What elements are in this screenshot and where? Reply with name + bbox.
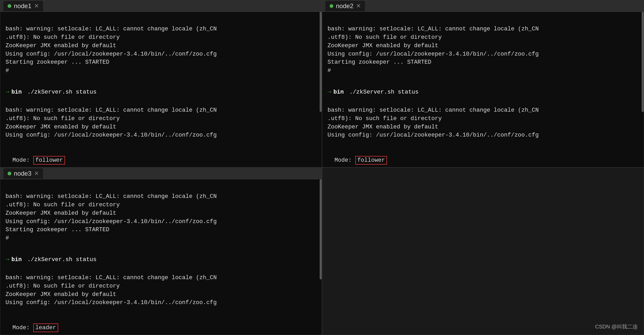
arrow-icon-node3: → [6,255,9,264]
tab-close-node3[interactable]: ✕ [34,170,39,177]
status-output-node2: bash: warning: setlocale: LC_ALL: cannot… [328,107,539,139]
command-line-node3: → bin ./zkServer.sh status [6,255,316,264]
mode-value-node3: leader [33,323,58,332]
tab-bar-node3: node3 ✕ [0,168,322,179]
terminal-empty [322,168,644,335]
terminal-output-node1[interactable]: bash: warning: setlocale: LC_ALL: cannot… [0,12,322,167]
cmd-rest-node1: ./zkServer.sh status [24,88,96,96]
tab-label-node1: node1 [14,2,31,10]
cmd-bold-node2: bin [333,88,344,96]
startup-output-node3: bash: warning: setlocale: LC_ALL: cannot… [6,193,217,241]
tab-node3[interactable]: node3 ✕ [3,168,43,179]
watermark: CSDN @叫我二连 [595,323,638,330]
status-output-node1: bash: warning: setlocale: LC_ALL: cannot… [6,107,217,139]
mode-line-node2: Mode: follower [328,148,638,165]
status-output-node3: bash: warning: setlocale: LC_ALL: cannot… [6,274,217,306]
terminal-output-node3[interactable]: bash: warning: setlocale: LC_ALL: cannot… [0,179,322,335]
cmd-bold-node1: bin [11,88,22,96]
tab-node1[interactable]: node1 ✕ [3,1,43,11]
tab-status-dot-node1 [8,4,11,8]
tab-status-dot-node3 [8,172,11,175]
tab-label-node3: node3 [14,170,31,177]
cmd-rest-node2: ./zkServer.sh status [346,88,418,96]
tab-node2[interactable]: node2 ✕ [325,1,365,11]
terminal-node2[interactable]: node2 ✕ bash: warning: setlocale: LC_ALL… [322,0,644,168]
arrow-icon-node1: → [6,88,9,97]
tab-bar-node2: node2 ✕ [322,0,644,12]
cmd-rest-node3: ./zkServer.sh status [24,256,96,264]
mode-value-node2: follower [355,156,387,165]
terminal-output-node2[interactable]: bash: warning: setlocale: LC_ALL: cannot… [322,12,644,167]
tab-close-node1[interactable]: ✕ [34,3,39,9]
mode-value-node1: follower [33,156,65,165]
command-line-node1: → bin ./zkServer.sh status [6,88,316,97]
mode-line-node1: Mode: follower [6,148,316,165]
tab-close-node2[interactable]: ✕ [356,3,361,9]
arrow-icon-node2: → [328,88,331,97]
terminal-node1[interactable]: node1 ✕ bash: warning: setlocale: LC_ALL… [0,0,322,168]
terminal-node3[interactable]: node3 ✕ bash: warning: setlocale: LC_ALL… [0,168,322,335]
tab-label-node2: node2 [336,2,353,10]
tab-status-dot-node2 [330,4,333,8]
mode-line-node3: Mode: leader [6,315,316,332]
startup-output-node1: bash: warning: setlocale: LC_ALL: cannot… [6,26,217,74]
cmd-bold-node3: bin [11,256,22,264]
command-line-node2: → bin ./zkServer.sh status [328,88,638,97]
tab-bar-node1: node1 ✕ [0,0,322,12]
startup-output-node2: bash: warning: setlocale: LC_ALL: cannot… [328,26,539,74]
